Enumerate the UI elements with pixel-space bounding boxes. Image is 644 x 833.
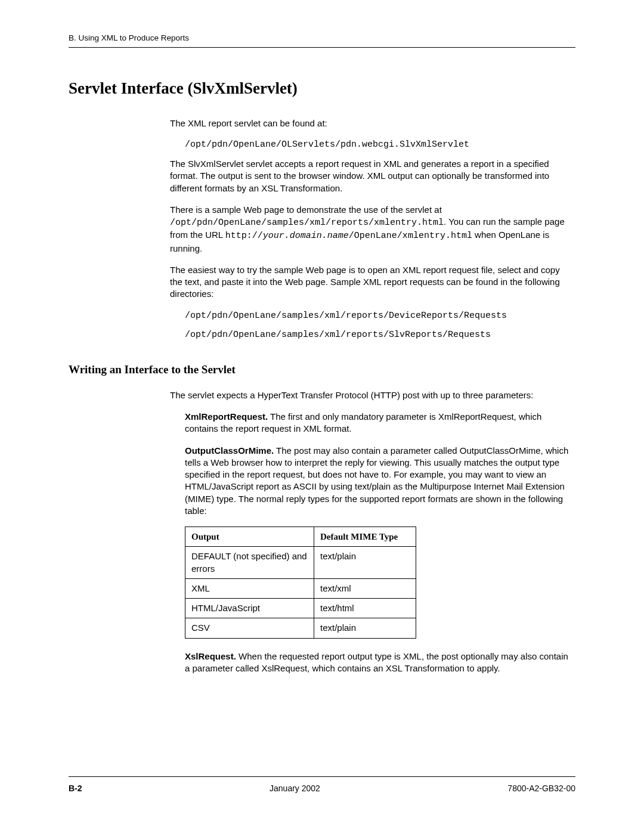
table-cell: text/plain [314,618,416,638]
url-path: /OpenLane/xmlentry.html [349,231,472,241]
page-number: B-2 [69,783,82,794]
table-row: XML text/xml [185,578,416,598]
text-fragment: There is a sample Web page to demonstrat… [170,205,442,215]
param-name: XslRequest. [185,651,236,661]
table-cell: HTML/JavaScript [185,599,314,618]
table-cell: text/html [314,599,416,618]
header-rule [69,47,575,48]
url-scheme: http:// [225,231,263,241]
table-cell: text/plain [314,547,416,579]
description-paragraph: The SlvXmlServlet servlet accepts a repo… [170,158,572,194]
table-cell: XML [185,578,314,598]
table-row: HTML/JavaScript text/html [185,599,416,618]
device-reports-path: /opt/pdn/OpenLane/samples/xml/reports/De… [185,310,572,322]
table-cell: text/xml [314,578,416,598]
sample-path: /opt/pdn/OpenLane/samples/xml/reports/xm… [170,218,444,228]
slv-reports-path: /opt/pdn/OpenLane/samples/xml/reports/Sl… [185,329,572,341]
sample-page-paragraph: There is a sample Web page to demonstrat… [170,204,572,255]
intro-paragraph: The XML report servlet can be found at: [170,117,572,129]
mime-type-table: Output Default MIME Type DEFAULT (not sp… [185,527,416,639]
subsection-intro: The servlet expects a HyperText Transfer… [170,389,572,401]
table-cell: DEFAULT (not specified) and errors [185,547,314,579]
table-cell: CSV [185,618,314,638]
param-text: The post may also contain a parameter ca… [185,445,568,516]
param-name: XmlReportRequest. [185,411,268,422]
document-number: 7800-A2-GB32-00 [507,783,575,794]
page-footer: B-2 January 2002 7800-A2-GB32-00 [69,776,575,794]
footer-rule [69,776,575,777]
servlet-path: /opt/pdn/OpenLane/OLServlets/pdn.webcgi.… [185,139,572,151]
param-outputclassormime: OutputClassOrMime. The post may also con… [185,445,572,518]
directories-paragraph: The easiest way to try the sample Web pa… [170,264,572,301]
running-header: B. Using XML to Produce Reports [69,33,575,44]
subsection-title: Writing an Interface to the Servlet [69,362,575,377]
table-row: CSV text/plain [185,618,416,638]
param-name: OutputClassOrMime. [185,445,274,456]
table-header: Default MIME Type [314,527,416,547]
footer-date: January 2002 [270,783,320,794]
param-xslrequest: XslRequest. When the requested report ou… [185,651,572,675]
table-row: DEFAULT (not specified) and errors text/… [185,547,416,579]
table-header-row: Output Default MIME Type [185,527,416,547]
url-domain-placeholder: your.domain.name [263,231,349,241]
table-header: Output [185,527,314,547]
section-title: Servlet Interface (SlvXmlServlet) [69,78,575,99]
param-text: When the requested report output type is… [185,651,568,673]
param-xmlreportrequest: XmlReportRequest. The first and only man… [185,411,572,435]
